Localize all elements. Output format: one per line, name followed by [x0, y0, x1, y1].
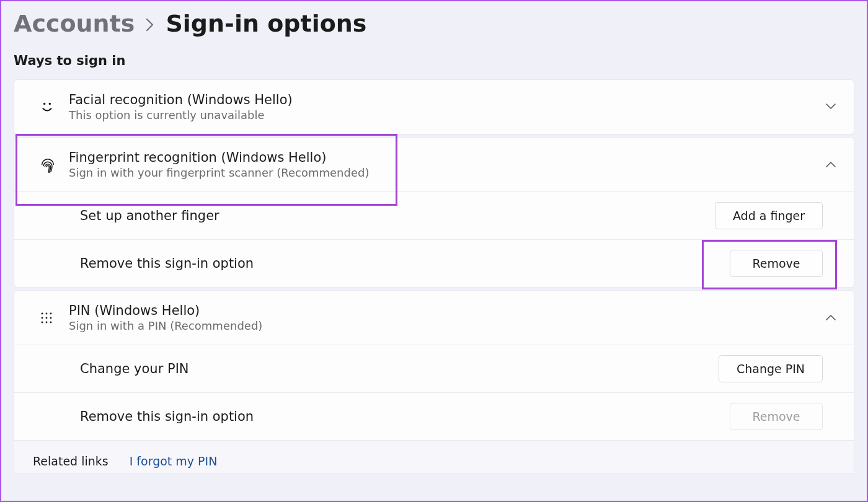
fingerprint-subtitle: Sign in with your fingerprint scanner (R…	[69, 166, 825, 179]
pin-card: PIN (Windows Hello) Sign in with a PIN (…	[14, 290, 854, 473]
svg-point-5	[42, 317, 43, 319]
fingerprint-title: Fingerprint recognition (Windows Hello)	[69, 150, 825, 165]
pin-sublist: Change your PIN Change PIN Remove this s…	[14, 345, 854, 473]
face-icon	[39, 99, 69, 115]
facial-subtitle: This option is currently unavailable	[69, 108, 825, 121]
section-heading: Ways to sign in	[14, 53, 854, 68]
change-pin-row: Change your PIN Change PIN	[14, 345, 854, 393]
facial-recognition-card: Facial recognition (Windows Hello) This …	[14, 79, 854, 134]
facial-title: Facial recognition (Windows Hello)	[69, 92, 825, 107]
chevron-up-icon	[825, 159, 836, 170]
remove-fingerprint-label: Remove this sign-in option	[80, 256, 254, 271]
svg-point-9	[46, 321, 48, 323]
svg-point-8	[42, 321, 43, 323]
remove-pin-button: Remove	[730, 403, 823, 430]
related-links-bar: Related links I forgot my PIN	[14, 440, 854, 473]
add-finger-button[interactable]: Add a finger	[715, 202, 823, 229]
forgot-pin-link[interactable]: I forgot my PIN	[130, 454, 218, 468]
breadcrumb: Accounts Sign-in options	[14, 10, 854, 37]
svg-point-1	[49, 102, 51, 104]
remove-fingerprint-row: Remove this sign-in option Remove	[14, 240, 854, 287]
fingerprint-sublist: Set up another finger Add a finger Remov…	[14, 192, 854, 287]
setup-finger-row: Set up another finger Add a finger	[14, 192, 854, 240]
svg-point-3	[46, 312, 48, 314]
remove-pin-row: Remove this sign-in option Remove	[14, 393, 854, 440]
svg-point-6	[46, 317, 48, 319]
svg-point-4	[50, 312, 52, 314]
breadcrumb-parent[interactable]: Accounts	[14, 10, 135, 37]
fingerprint-icon	[39, 156, 69, 174]
keypad-icon	[39, 310, 69, 325]
pin-header[interactable]: PIN (Windows Hello) Sign in with a PIN (…	[14, 291, 854, 345]
change-pin-label: Change your PIN	[80, 361, 189, 376]
remove-fingerprint-button[interactable]: Remove	[730, 250, 823, 277]
facial-recognition-header[interactable]: Facial recognition (Windows Hello) This …	[14, 80, 854, 134]
pin-subtitle: Sign in with a PIN (Recommended)	[69, 319, 825, 332]
fingerprint-recognition-card: Fingerprint recognition (Windows Hello) …	[14, 137, 854, 288]
pin-title: PIN (Windows Hello)	[69, 303, 825, 318]
setup-finger-label: Set up another finger	[80, 208, 219, 223]
svg-point-0	[43, 102, 45, 104]
change-pin-button[interactable]: Change PIN	[719, 355, 823, 382]
remove-pin-label: Remove this sign-in option	[80, 409, 254, 424]
chevron-up-icon	[825, 312, 836, 324]
page-title: Sign-in options	[166, 10, 366, 37]
svg-point-7	[50, 317, 52, 319]
chevron-right-icon	[146, 18, 154, 35]
chevron-down-icon	[825, 101, 836, 113]
fingerprint-recognition-header[interactable]: Fingerprint recognition (Windows Hello) …	[14, 138, 854, 192]
svg-point-2	[42, 312, 43, 314]
related-links-label: Related links	[33, 454, 108, 468]
svg-point-10	[50, 321, 52, 323]
